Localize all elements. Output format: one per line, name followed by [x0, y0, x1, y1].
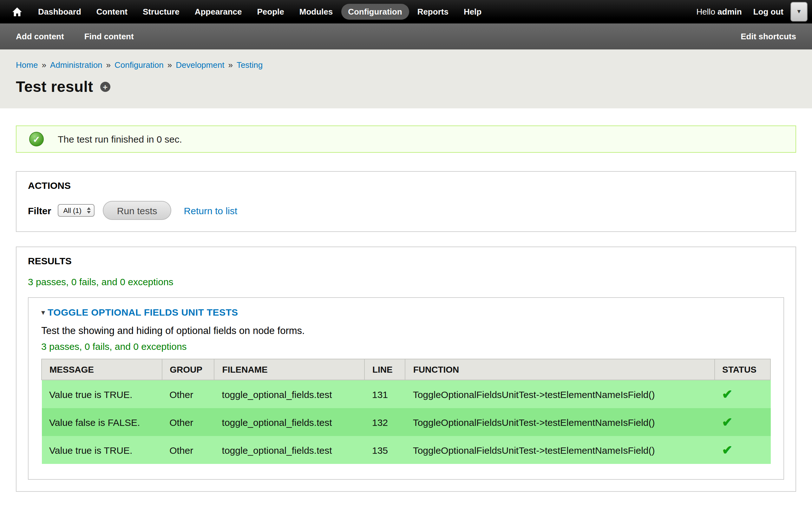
pass-check-icon: ✔: [722, 443, 733, 457]
cell-line: 132: [364, 408, 405, 436]
breadcrumb-configuration[interactable]: Configuration: [114, 60, 164, 70]
breadcrumb-administration[interactable]: Administration: [50, 60, 102, 70]
header-group: GROUP: [162, 359, 214, 380]
cell-status: ✔: [714, 380, 770, 408]
header-message: MESSAGE: [42, 359, 162, 380]
logout-link[interactable]: Log out: [753, 7, 783, 16]
actions-fieldset: ACTIONS Filter All (1) Run tests Return …: [16, 171, 796, 232]
page-title: Test result: [16, 78, 93, 96]
toolbar-item-dashboard[interactable]: Dashboard: [31, 4, 88, 20]
run-tests-button[interactable]: Run tests: [103, 201, 171, 220]
breadcrumb-development[interactable]: Development: [176, 60, 224, 70]
return-to-list-link[interactable]: Return to list: [184, 205, 237, 216]
user-greeting: Hello admin: [697, 7, 742, 16]
cell-status: ✔: [714, 408, 770, 436]
filter-select-value: All (1): [63, 207, 81, 214]
header-line: LINE: [364, 359, 405, 380]
cell-function: ToggleOptionalFieldsUnitTest->testElemen…: [405, 408, 714, 436]
breadcrumb-separator: »: [106, 60, 111, 70]
username: admin: [717, 7, 742, 16]
results-summary: 3 passes, 0 fails, and 0 exceptions: [28, 276, 784, 287]
test-group-summary: 3 passes, 0 fails, and 0 exceptions: [41, 341, 771, 352]
cell-filename: toggle_optional_fields.test: [214, 436, 364, 464]
status-message-text: The test run finished in 0 sec.: [58, 134, 182, 145]
shortcut-add-content[interactable]: Add content: [16, 32, 64, 41]
toolbar-item-content[interactable]: Content: [90, 4, 135, 20]
cell-line: 135: [364, 436, 405, 464]
test-group-title-link[interactable]: TOGGLE OPTIONAL FIELDS UNIT TESTS: [48, 307, 238, 318]
status-ok-icon: ✓: [29, 132, 44, 147]
cell-message: Value false is FALSE.: [42, 408, 162, 436]
breadcrumb-separator: »: [228, 60, 233, 70]
cell-line: 131: [364, 380, 405, 408]
test-group-title-row: ▾ TOGGLE OPTIONAL FIELDS UNIT TESTS: [41, 307, 771, 318]
toolbar-item-modules[interactable]: Modules: [293, 4, 340, 20]
toolbar-user-area: Hello admin Log out: [697, 7, 783, 16]
test-group-description: Test the showing and hiding of optional …: [41, 325, 771, 337]
home-icon[interactable]: [9, 3, 26, 20]
select-arrows-icon: [87, 207, 91, 214]
table-header-row: MESSAGE GROUP FILENAME LINE FUNCTION STA…: [42, 359, 770, 380]
filter-row: Filter All (1) Run tests Return to list: [28, 201, 784, 220]
main-content: ✓ The test run finished in 0 sec. ACTION…: [0, 108, 812, 507]
page-header: Home»Administration»Configuration»Develo…: [0, 49, 812, 108]
pass-check-icon: ✔: [722, 415, 733, 429]
drupal-admin-page: Dashboard Content Structure Appearance P…: [0, 0, 812, 507]
chevron-down-icon: ▼: [796, 9, 802, 14]
cell-group: Other: [162, 380, 214, 408]
test-results-table: MESSAGE GROUP FILENAME LINE FUNCTION STA…: [41, 359, 771, 464]
edit-shortcuts-link[interactable]: Edit shortcuts: [741, 32, 796, 41]
table-row: Value true is TRUE. Other toggle_optiona…: [42, 436, 770, 464]
pass-check-icon: ✔: [722, 387, 733, 401]
page-title-row: Test result +: [16, 78, 796, 96]
breadcrumb-home[interactable]: Home: [16, 60, 38, 70]
cell-message: Value true is TRUE.: [42, 380, 162, 408]
cell-function: ToggleOptionalFieldsUnitTest->testElemen…: [405, 380, 714, 408]
toolbar-item-structure[interactable]: Structure: [136, 4, 187, 20]
test-group-fieldset: ▾ TOGGLE OPTIONAL FIELDS UNIT TESTS Test…: [28, 297, 784, 480]
filter-select[interactable]: All (1): [57, 204, 95, 217]
breadcrumb-separator: »: [167, 60, 172, 70]
toolbar-item-reports[interactable]: Reports: [410, 4, 455, 20]
cell-group: Other: [162, 436, 214, 464]
cell-filename: toggle_optional_fields.test: [214, 408, 364, 436]
shortcuts-bar: Add content Find content Edit shortcuts: [0, 23, 812, 49]
header-status: STATUS: [714, 359, 770, 380]
breadcrumb-separator: »: [42, 60, 46, 70]
shortcut-find-content[interactable]: Find content: [84, 32, 134, 41]
results-legend: RESULTS: [28, 256, 72, 266]
toolbar-item-help[interactable]: Help: [457, 4, 489, 20]
status-message: ✓ The test run finished in 0 sec.: [16, 125, 796, 153]
table-row: Value false is FALSE. Other toggle_optio…: [42, 408, 770, 436]
toolbar-toggle-button[interactable]: ▼: [791, 2, 808, 21]
collapse-arrow-icon: ▾: [41, 308, 45, 317]
add-shortcut-icon[interactable]: +: [100, 82, 110, 92]
results-fieldset: RESULTS 3 passes, 0 fails, and 0 excepti…: [16, 246, 796, 492]
toolbar-item-people[interactable]: People: [250, 4, 291, 20]
breadcrumb-testing[interactable]: Testing: [237, 60, 263, 70]
toolbar-item-configuration[interactable]: Configuration: [341, 4, 409, 20]
admin-toolbar: Dashboard Content Structure Appearance P…: [0, 0, 812, 23]
actions-legend: ACTIONS: [28, 180, 71, 191]
breadcrumb: Home»Administration»Configuration»Develo…: [16, 60, 796, 70]
header-function: FUNCTION: [405, 359, 714, 380]
toolbar-item-appearance[interactable]: Appearance: [188, 4, 249, 20]
filter-label: Filter: [28, 205, 51, 216]
cell-status: ✔: [714, 436, 770, 464]
header-filename: FILENAME: [214, 359, 364, 380]
cell-filename: toggle_optional_fields.test: [214, 380, 364, 408]
cell-group: Other: [162, 408, 214, 436]
cell-message: Value true is TRUE.: [42, 436, 162, 464]
cell-function: ToggleOptionalFieldsUnitTest->testElemen…: [405, 436, 714, 464]
table-row: Value true is TRUE. Other toggle_optiona…: [42, 380, 770, 408]
